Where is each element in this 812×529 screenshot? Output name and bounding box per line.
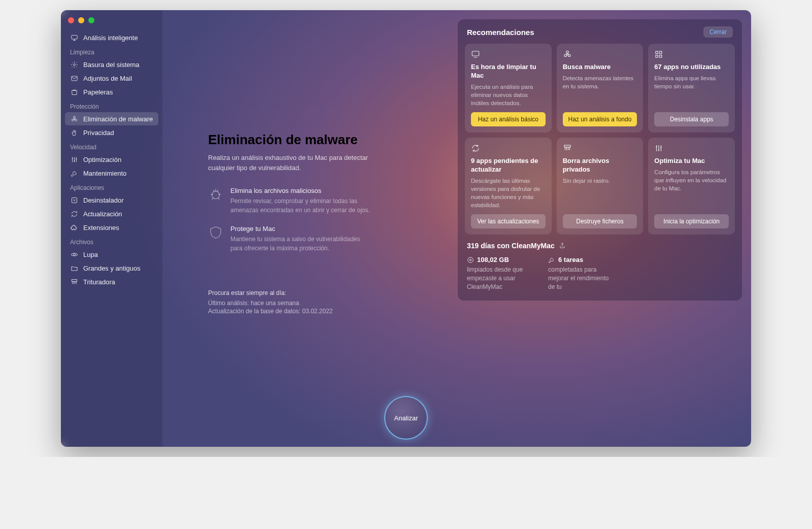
svg-point-1 [73, 63, 75, 65]
stat-tasks: 6 tareas completadas para mejorar el ren… [548, 256, 609, 291]
card-title: 67 apps no utilizadas [654, 63, 729, 72]
sidebar-section-speed: Velocidad [65, 140, 158, 152]
sidebar-item-lens[interactable]: Lupa [65, 248, 158, 261]
card-title: Es hora de limpiar tu Mac [471, 63, 546, 80]
close-panel-button[interactable]: Cerrar [703, 26, 733, 38]
feature-title: Protege tu Mac [230, 225, 370, 233]
stat-cleaned: 108,02 GB limpiados desde que empezaste … [467, 256, 528, 291]
sliders-icon [654, 144, 663, 153]
page-subtitle: Realiza un análisis exhaustivo de tu Mac… [208, 153, 370, 173]
card-title: Borra archivos privados [563, 157, 637, 174]
sidebar-label: Adjuntos de Mail [83, 75, 132, 82]
sidebar-item-mail[interactable]: Adjuntos de Mail [65, 72, 158, 85]
biohazard-icon [70, 115, 78, 123]
svg-rect-21 [564, 145, 570, 147]
minimize-window-button[interactable] [78, 17, 84, 23]
recommendations-panel: Recomendaciones Cerrar Es hora de limpia… [458, 19, 742, 301]
sidebar-label: Mantenimiento [83, 170, 126, 177]
card-action-button[interactable]: Haz un análisis básico [471, 112, 546, 126]
stats-header: 319 días con CleanMyMac [467, 242, 555, 250]
shredder-icon [70, 278, 78, 286]
feature-title: Elimina los archivos maliciosos [230, 187, 370, 194]
card-desc: Sin dejar ni rastro. [563, 177, 637, 209]
sidebar-item-maintenance[interactable]: Mantenimiento [65, 167, 158, 180]
sidebar-item-extensions[interactable]: Extensiones [65, 221, 158, 234]
sidebar-label: Privacidad [83, 129, 114, 137]
page-title: Eliminación de malware [208, 132, 370, 148]
svg-point-13 [566, 54, 568, 55]
sidebar: Análisis inteligente Limpieza Basura del… [61, 10, 162, 447]
close-window-button[interactable] [68, 17, 74, 23]
svg-rect-19 [656, 55, 658, 58]
svg-point-3 [74, 118, 75, 120]
trash-icon [70, 88, 78, 96]
svg-point-22 [468, 257, 473, 262]
analyze-button[interactable]: Analizar [384, 396, 428, 440]
sidebar-item-smart-scan[interactable]: Análisis inteligente [65, 31, 158, 44]
svg-rect-0 [71, 35, 77, 39]
card-title: 9 apps pendientes de actualizar [471, 157, 546, 174]
svg-point-15 [564, 54, 567, 57]
card-title: Optimiza tu Mac [654, 157, 729, 166]
sidebar-item-large-old[interactable]: Grandes y antiguos [65, 261, 158, 275]
bug-icon [208, 187, 223, 202]
stat-value: 6 tareas [558, 256, 583, 263]
biohazard-icon [563, 50, 572, 59]
svg-point-14 [566, 51, 568, 53]
orbit-icon [70, 250, 78, 258]
stat-desc: completadas para mejorar el rendimiento … [548, 266, 609, 291]
sidebar-label: Lupa [83, 251, 98, 258]
feature-desc: Permite revisar, comprobar y eliminar to… [230, 196, 370, 215]
svg-rect-18 [660, 51, 662, 54]
svg-point-8 [73, 253, 75, 255]
card-title: Busca malware [563, 63, 637, 72]
sidebar-item-optimization[interactable]: Optimización [65, 153, 158, 166]
feature-desc: Mantiene tu sistema a salvo de vulnerabi… [230, 235, 370, 253]
card-shred: Borra archivos privados Sin dejar ni ras… [557, 138, 644, 235]
monitor-icon [70, 34, 78, 42]
sidebar-item-trash[interactable]: Papeleras [65, 85, 158, 98]
stat-desc: limpiados desde que empezaste a usar Cle… [467, 266, 528, 291]
sidebar-item-malware[interactable]: Eliminación de malware [65, 112, 158, 125]
disk-icon [467, 256, 474, 263]
analyze-label: Analizar [394, 414, 418, 422]
folder-icon [70, 264, 78, 272]
sidebar-section-cleanup: Limpieza [65, 45, 158, 57]
share-icon[interactable] [559, 242, 566, 249]
card-action-button[interactable]: Inicia la optimización [654, 214, 729, 228]
card-desc: Descárgate las últimas versiones para di… [471, 177, 546, 209]
sidebar-label: Análisis inteligente [83, 34, 138, 42]
sidebar-item-system-junk[interactable]: Basura del sistema [65, 58, 158, 71]
puzzle-icon [70, 223, 78, 232]
sidebar-label: Eliminación de malware [83, 115, 153, 123]
sidebar-section-apps: Aplicaciones [65, 180, 158, 193]
sidebar-label: Actualización [83, 210, 122, 218]
apps-icon [654, 50, 663, 59]
sidebar-item-privacy[interactable]: Privacidad [65, 126, 158, 139]
sidebar-item-shredder[interactable]: Trituradora [65, 275, 158, 288]
meta-header: Procura estar siempre al día: [208, 289, 333, 296]
card-action-button[interactable]: Desinstala apps [654, 112, 729, 126]
sidebar-item-uninstaller[interactable]: Desinstalador [65, 193, 158, 207]
refresh-icon [471, 144, 480, 153]
card-updates: 9 apps pendientes de actualizar Descárga… [465, 138, 552, 235]
card-action-button[interactable]: Ver las actualizaciones [471, 214, 546, 228]
stat-value: 108,02 GB [477, 256, 509, 263]
svg-rect-12 [472, 51, 479, 56]
svg-point-11 [212, 191, 220, 199]
card-unused-apps: 67 apps no utilizadas Elimina apps que l… [648, 44, 735, 133]
app-window: Análisis inteligente Limpieza Basura del… [61, 10, 751, 447]
sidebar-section-protection: Protección [65, 99, 158, 112]
card-action-button[interactable]: Haz un análisis a fondo [563, 112, 637, 126]
card-action-button[interactable]: Destruye ficheros [563, 214, 637, 228]
sidebar-label: Trituradora [83, 278, 115, 286]
sidebar-label: Grandes y antiguos [83, 264, 141, 272]
card-desc: Ejecuta un análisis para eliminar nuevos… [471, 83, 546, 107]
sidebar-item-updater[interactable]: Actualización [65, 207, 158, 220]
gear-icon [70, 60, 78, 69]
maximize-window-button[interactable] [88, 17, 94, 23]
mail-icon [70, 74, 78, 82]
card-malware: Busca malware Detecta amenazas latentes … [557, 44, 644, 133]
sidebar-label: Papeleras [83, 88, 113, 96]
feature-row: Elimina los archivos maliciosos Permite … [208, 187, 370, 215]
